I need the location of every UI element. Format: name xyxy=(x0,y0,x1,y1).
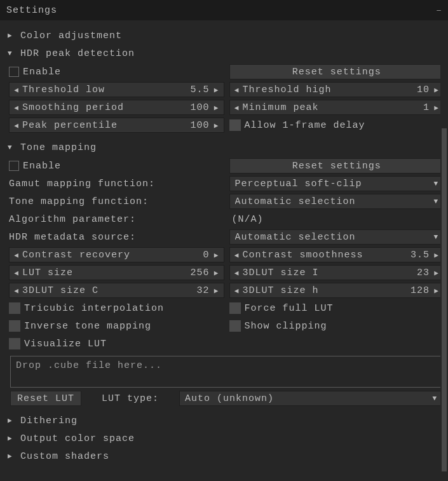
section-hdr-peak-detection[interactable]: HDR peak detection xyxy=(6,44,444,62)
threshold-low-slider[interactable]: Threshold low 5.5 xyxy=(9,82,224,97)
arrow-left-icon[interactable] xyxy=(12,121,21,130)
arrow-right-icon[interactable] xyxy=(212,104,221,112)
3dlut-i-slider[interactable]: 3DLUT size I 23 xyxy=(229,265,445,280)
lut-type-label: LUT type: xyxy=(86,393,174,404)
arrow-left-icon[interactable] xyxy=(12,86,21,94)
arrow-right-icon[interactable] xyxy=(432,251,441,259)
section-label: Dithering xyxy=(20,416,78,426)
slider-label: 3DLUT size h xyxy=(241,285,411,296)
peak-percentile-slider[interactable]: Peak percentile 100 xyxy=(9,118,224,133)
slider-value: 100 xyxy=(190,102,212,113)
allow-1-frame-delay-checkbox[interactable]: Allow 1-frame delay xyxy=(229,119,365,131)
arrow-left-icon[interactable] xyxy=(233,86,241,94)
checkbox-label: Enable xyxy=(23,67,61,78)
contrast-recovery-slider[interactable]: Contrast recovery 0 xyxy=(9,247,224,262)
arrow-left-icon[interactable] xyxy=(12,269,21,277)
lut-size-slider[interactable]: LUT size 256 xyxy=(9,265,224,280)
minimize-button[interactable]: – xyxy=(436,5,442,16)
arrow-right-icon[interactable] xyxy=(432,287,441,295)
slider-label: Smoothing period xyxy=(21,102,190,113)
minimum-peak-slider[interactable]: Minimum peak 1 xyxy=(229,100,445,115)
slider-value: 32 xyxy=(196,285,212,296)
3dlut-h-slider[interactable]: 3DLUT size h 128 xyxy=(229,283,445,298)
reset-lut-button[interactable]: Reset LUT xyxy=(10,391,81,406)
inverse-tm-checkbox[interactable]: Inverse tone mapping xyxy=(9,320,151,332)
checkbox-label: Enable xyxy=(23,161,61,172)
arrow-right-icon[interactable] xyxy=(432,104,441,112)
section-label: Custom shaders xyxy=(20,451,109,462)
tricubic-checkbox[interactable]: Tricubic interpolation xyxy=(9,302,164,314)
section-tone-mapping[interactable]: Tone mapping xyxy=(6,139,444,156)
arrow-right-icon[interactable] xyxy=(212,269,221,277)
slider-label: LUT size xyxy=(21,268,190,278)
checkbox-label: Visualize LUT xyxy=(24,339,107,349)
arrow-right-icon[interactable] xyxy=(212,86,221,94)
slider-value: 256 xyxy=(190,268,212,278)
hdr-enable-checkbox[interactable]: Enable xyxy=(9,67,61,78)
checkbox-label: Force full LUT xyxy=(245,303,334,314)
checkbox-box-icon xyxy=(229,119,241,131)
lut-type-combo[interactable]: Auto (unknown) ▼ xyxy=(179,391,443,406)
hdrmeta-combo[interactable]: Automatic selection ▼ xyxy=(229,229,445,245)
section-custom-shaders[interactable]: Custom shaders xyxy=(6,447,444,465)
contrast-smoothness-slider[interactable]: Contrast smoothness 3.5 xyxy=(229,247,445,262)
slider-label: Contrast recovery xyxy=(21,250,203,261)
chevron-right-icon xyxy=(8,416,17,425)
tonefn-label: Tone mapping function: xyxy=(9,196,149,207)
tone-enable-checkbox[interactable]: Enable xyxy=(9,161,61,172)
combo-value: Perceptual soft-clip xyxy=(235,179,434,189)
visualize-lut-checkbox[interactable]: Visualize LUT xyxy=(9,338,107,349)
slider-value: 100 xyxy=(190,120,212,131)
section-label: Color adjustment xyxy=(20,30,122,41)
3dlut-c-slider[interactable]: 3DLUT size C 32 xyxy=(9,283,224,298)
slider-value: 3.5 xyxy=(411,250,432,261)
chevron-down-icon: ▼ xyxy=(433,233,438,241)
section-color-adjustment[interactable]: Color adjustment xyxy=(6,27,444,44)
show-clipping-checkbox[interactable]: Show clipping xyxy=(229,320,327,332)
section-dithering[interactable]: Dithering xyxy=(6,412,444,430)
arrow-left-icon[interactable] xyxy=(233,287,241,295)
section-output-color-space[interactable]: Output color space xyxy=(6,430,444,447)
arrow-left-icon[interactable] xyxy=(233,269,241,277)
arrow-right-icon[interactable] xyxy=(432,269,441,277)
checkbox-box-icon xyxy=(9,338,20,349)
hdr-reset-button[interactable]: Reset settings xyxy=(229,64,445,79)
button-label: Reset LUT xyxy=(17,393,74,404)
tone-reset-button[interactable]: Reset settings xyxy=(229,158,445,173)
arrow-left-icon[interactable] xyxy=(12,287,21,295)
arrow-left-icon[interactable] xyxy=(12,251,21,259)
button-label: Reset settings xyxy=(292,67,381,78)
chevron-right-icon xyxy=(8,434,17,443)
arrow-right-icon[interactable] xyxy=(212,121,221,130)
tonefn-combo[interactable]: Automatic selection ▼ xyxy=(229,194,445,209)
section-label: Tone mapping xyxy=(20,142,97,153)
lut-dropzone[interactable]: Drop .cube file here... xyxy=(10,356,443,388)
threshold-high-slider[interactable]: Threshold high 10 xyxy=(229,82,445,97)
checkbox-box-icon xyxy=(229,302,241,314)
chevron-down-icon xyxy=(8,143,17,152)
arrow-right-icon[interactable] xyxy=(432,86,441,94)
scrollbar-track[interactable] xyxy=(440,20,448,478)
force-full-lut-checkbox[interactable]: Force full LUT xyxy=(229,302,334,314)
slider-value: 23 xyxy=(417,268,432,278)
arrow-right-icon[interactable] xyxy=(212,287,221,295)
window-body: Color adjustment HDR peak detection Enab… xyxy=(0,20,448,481)
smoothing-period-slider[interactable]: Smoothing period 100 xyxy=(9,100,224,115)
dropzone-placeholder: Drop .cube file here... xyxy=(16,360,162,371)
arrow-left-icon[interactable] xyxy=(233,104,241,112)
chevron-down-icon xyxy=(8,49,17,58)
slider-label: Contrast smoothness xyxy=(241,250,411,261)
scrollbar-thumb[interactable] xyxy=(442,128,447,471)
checkbox-box-icon xyxy=(9,302,20,314)
window-title: Settings xyxy=(6,5,57,16)
arrow-left-icon[interactable] xyxy=(12,104,21,112)
gamut-combo[interactable]: Perceptual soft-clip ▼ xyxy=(229,176,445,191)
slider-label: Threshold high xyxy=(241,85,417,95)
arrow-right-icon[interactable] xyxy=(212,251,221,259)
hdrmeta-label: HDR metadata source: xyxy=(9,232,136,243)
slider-value: 128 xyxy=(411,285,432,296)
titlebar[interactable]: Settings – xyxy=(0,0,448,20)
arrow-left-icon[interactable] xyxy=(233,251,241,259)
checkbox-box-icon xyxy=(229,320,241,332)
combo-value: Auto (unknown) xyxy=(185,393,432,404)
